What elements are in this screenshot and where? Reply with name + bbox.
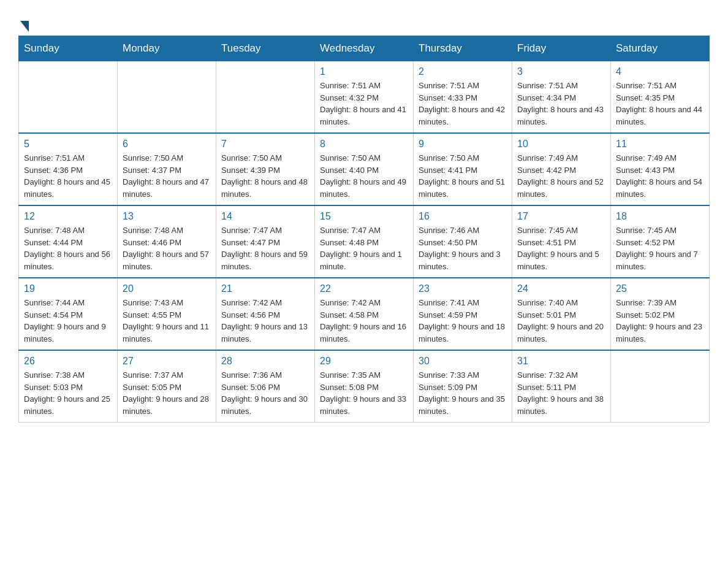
day-number: 18 [616,211,704,222]
calendar-cell: 15Sunrise: 7:47 AM Sunset: 4:48 PM Dayli… [315,205,414,278]
day-number: 24 [517,283,605,294]
day-number: 23 [419,283,507,294]
day-number: 16 [419,211,507,222]
day-number: 2 [419,66,507,77]
day-number: 4 [616,66,704,77]
day-info: Sunrise: 7:35 AM Sunset: 5:08 PM Dayligh… [320,369,408,417]
day-info: Sunrise: 7:51 AM Sunset: 4:32 PM Dayligh… [320,80,408,128]
calendar-cell: 29Sunrise: 7:35 AM Sunset: 5:08 PM Dayli… [315,350,414,423]
day-info: Sunrise: 7:41 AM Sunset: 4:59 PM Dayligh… [419,297,507,345]
logo [18,18,29,29]
day-info: Sunrise: 7:33 AM Sunset: 5:09 PM Dayligh… [419,369,507,417]
day-info: Sunrise: 7:51 AM Sunset: 4:33 PM Dayligh… [419,80,507,128]
day-number: 6 [123,139,211,150]
day-number: 9 [419,139,507,150]
day-number: 22 [320,283,408,294]
day-number: 25 [616,283,704,294]
calendar-cell: 17Sunrise: 7:45 AM Sunset: 4:51 PM Dayli… [512,205,611,278]
calendar-cell: 7Sunrise: 7:50 AM Sunset: 4:39 PM Daylig… [216,133,315,205]
page-header [18,12,710,29]
calendar-table: SundayMondayTuesdayWednesdayThursdayFrid… [18,36,710,423]
day-info: Sunrise: 7:51 AM Sunset: 4:34 PM Dayligh… [517,80,605,128]
day-number: 7 [221,139,309,150]
calendar-cell: 23Sunrise: 7:41 AM Sunset: 4:59 PM Dayli… [414,278,512,350]
calendar-cell [19,61,118,134]
calendar-cell [216,61,315,134]
day-number: 11 [616,139,704,150]
day-number: 21 [221,283,309,294]
day-number: 8 [320,139,408,150]
calendar-cell: 5Sunrise: 7:51 AM Sunset: 4:36 PM Daylig… [19,133,118,205]
day-info: Sunrise: 7:43 AM Sunset: 4:55 PM Dayligh… [123,297,211,345]
day-info: Sunrise: 7:50 AM Sunset: 4:39 PM Dayligh… [221,152,309,200]
day-info: Sunrise: 7:51 AM Sunset: 4:36 PM Dayligh… [24,152,112,200]
day-number: 20 [123,283,211,294]
day-info: Sunrise: 7:50 AM Sunset: 4:41 PM Dayligh… [419,152,507,200]
day-info: Sunrise: 7:42 AM Sunset: 4:56 PM Dayligh… [221,297,309,345]
week-row-5: 26Sunrise: 7:38 AM Sunset: 5:03 PM Dayli… [19,350,710,423]
day-info: Sunrise: 7:49 AM Sunset: 4:42 PM Dayligh… [517,152,605,200]
day-info: Sunrise: 7:45 AM Sunset: 4:51 PM Dayligh… [517,224,605,272]
day-info: Sunrise: 7:47 AM Sunset: 4:48 PM Dayligh… [320,224,408,272]
day-number: 3 [517,66,605,77]
day-info: Sunrise: 7:49 AM Sunset: 4:43 PM Dayligh… [616,152,704,200]
day-number: 13 [123,211,211,222]
day-number: 5 [24,139,112,150]
calendar-cell: 9Sunrise: 7:50 AM Sunset: 4:41 PM Daylig… [414,133,512,205]
day-info: Sunrise: 7:42 AM Sunset: 4:58 PM Dayligh… [320,297,408,345]
day-number: 1 [320,66,408,77]
calendar-cell: 3Sunrise: 7:51 AM Sunset: 4:34 PM Daylig… [512,61,611,134]
day-info: Sunrise: 7:40 AM Sunset: 5:01 PM Dayligh… [517,297,605,345]
day-number: 15 [320,211,408,222]
calendar-cell: 10Sunrise: 7:49 AM Sunset: 4:42 PM Dayli… [512,133,611,205]
day-number: 10 [517,139,605,150]
day-header-sunday: Sunday [19,36,118,61]
calendar-cell: 11Sunrise: 7:49 AM Sunset: 4:43 PM Dayli… [611,133,710,205]
week-row-4: 19Sunrise: 7:44 AM Sunset: 4:54 PM Dayli… [19,278,710,350]
day-number: 14 [221,211,309,222]
calendar-cell: 25Sunrise: 7:39 AM Sunset: 5:02 PM Dayli… [611,278,710,350]
day-number: 17 [517,211,605,222]
day-number: 12 [24,211,112,222]
calendar-cell: 12Sunrise: 7:48 AM Sunset: 4:44 PM Dayli… [19,205,118,278]
day-header-friday: Friday [512,36,611,61]
calendar-cell: 1Sunrise: 7:51 AM Sunset: 4:32 PM Daylig… [315,61,414,134]
header-row: SundayMondayTuesdayWednesdayThursdayFrid… [19,36,710,61]
day-info: Sunrise: 7:32 AM Sunset: 5:11 PM Dayligh… [517,369,605,417]
calendar-cell: 28Sunrise: 7:36 AM Sunset: 5:06 PM Dayli… [216,350,315,423]
calendar-cell: 16Sunrise: 7:46 AM Sunset: 4:50 PM Dayli… [414,205,512,278]
calendar-cell: 19Sunrise: 7:44 AM Sunset: 4:54 PM Dayli… [19,278,118,350]
calendar-cell: 31Sunrise: 7:32 AM Sunset: 5:11 PM Dayli… [512,350,611,423]
day-info: Sunrise: 7:47 AM Sunset: 4:47 PM Dayligh… [221,224,309,272]
calendar-cell: 20Sunrise: 7:43 AM Sunset: 4:55 PM Dayli… [118,278,216,350]
calendar-cell: 6Sunrise: 7:50 AM Sunset: 4:37 PM Daylig… [118,133,216,205]
day-header-tuesday: Tuesday [216,36,315,61]
week-row-1: 1Sunrise: 7:51 AM Sunset: 4:32 PM Daylig… [19,61,710,134]
logo-arrow-icon [20,21,29,32]
calendar-header: SundayMondayTuesdayWednesdayThursdayFrid… [19,36,710,61]
calendar-body: 1Sunrise: 7:51 AM Sunset: 4:32 PM Daylig… [19,61,710,423]
calendar-cell: 24Sunrise: 7:40 AM Sunset: 5:01 PM Dayli… [512,278,611,350]
day-info: Sunrise: 7:48 AM Sunset: 4:44 PM Dayligh… [24,224,112,272]
calendar-cell: 13Sunrise: 7:48 AM Sunset: 4:46 PM Dayli… [118,205,216,278]
day-number: 28 [221,356,309,367]
day-number: 26 [24,356,112,367]
day-info: Sunrise: 7:50 AM Sunset: 4:40 PM Dayligh… [320,152,408,200]
calendar-cell: 21Sunrise: 7:42 AM Sunset: 4:56 PM Dayli… [216,278,315,350]
week-row-2: 5Sunrise: 7:51 AM Sunset: 4:36 PM Daylig… [19,133,710,205]
day-info: Sunrise: 7:48 AM Sunset: 4:46 PM Dayligh… [123,224,211,272]
day-info: Sunrise: 7:44 AM Sunset: 4:54 PM Dayligh… [24,297,112,345]
calendar-cell: 27Sunrise: 7:37 AM Sunset: 5:05 PM Dayli… [118,350,216,423]
calendar-cell [611,350,710,423]
day-info: Sunrise: 7:37 AM Sunset: 5:05 PM Dayligh… [123,369,211,417]
calendar-cell: 4Sunrise: 7:51 AM Sunset: 4:35 PM Daylig… [611,61,710,134]
day-number: 31 [517,356,605,367]
calendar-cell: 18Sunrise: 7:45 AM Sunset: 4:52 PM Dayli… [611,205,710,278]
day-info: Sunrise: 7:36 AM Sunset: 5:06 PM Dayligh… [221,369,309,417]
day-info: Sunrise: 7:51 AM Sunset: 4:35 PM Dayligh… [616,80,704,128]
day-number: 19 [24,283,112,294]
calendar-cell: 22Sunrise: 7:42 AM Sunset: 4:58 PM Dayli… [315,278,414,350]
calendar-cell [118,61,216,134]
day-number: 29 [320,356,408,367]
day-header-saturday: Saturday [611,36,710,61]
